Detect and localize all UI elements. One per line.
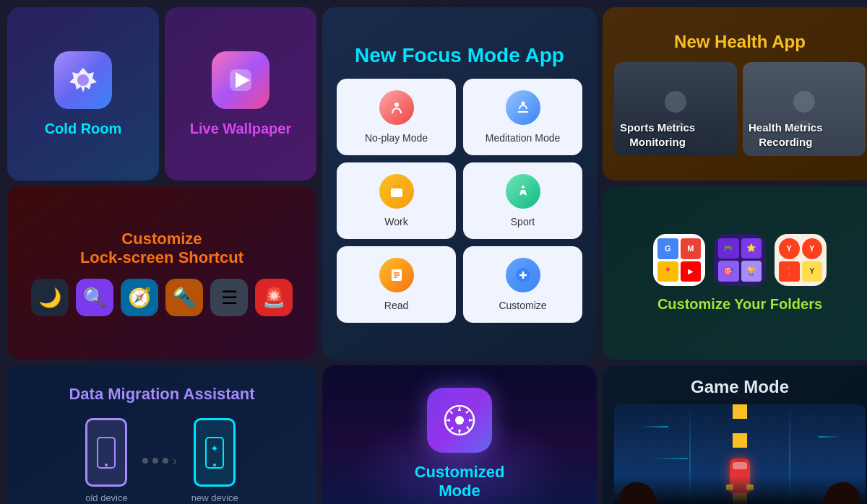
cold-room-icon [54, 51, 112, 109]
folder-yandex[interactable]: Y Y 📍 Y [775, 234, 827, 286]
arrow-dot-3 [163, 458, 168, 464]
gmail-icon: M [681, 238, 702, 259]
svg-rect-16 [98, 438, 115, 468]
focus-item-read[interactable]: Read [337, 246, 456, 323]
focus-item-noplay[interactable]: No-play Mode [337, 79, 456, 155]
focus-item-customize[interactable]: Customize [463, 246, 582, 323]
new-device-container: ✦ new device [191, 418, 238, 503]
old-device-label: old device [85, 492, 128, 503]
game-icon-4: 🏆 [741, 261, 762, 282]
card-health-app: New Health App Sports MetricsMonitoring [603, 7, 867, 181]
sports-metrics-label: Sports MetricsMonitoring [614, 113, 701, 156]
migration-devices: old device › ✦ new device [85, 418, 238, 503]
google-g-icon: G [657, 238, 678, 259]
yandex-icon-2: Y [802, 238, 823, 259]
card-focus-mode: New Focus Mode App No-play Mode [322, 7, 597, 360]
card-cold-room[interactable]: Cold Room [7, 7, 159, 181]
lockscreen-icons-row: 🌙 🔍 🧭 🔦 ☰ 🚨 [31, 279, 293, 316]
customize-focus-icon [506, 258, 540, 292]
focus-mode-grid: No-play Mode Meditation Mode [337, 79, 582, 323]
focus-item-meditation[interactable]: Meditation Mode [463, 79, 582, 155]
health-app-title: New Health App [674, 32, 806, 52]
svg-rect-5 [391, 188, 402, 197]
folders-title: Customize Your Folders [657, 296, 822, 312]
customized-mode-icon [427, 388, 492, 453]
svg-point-17 [105, 464, 108, 466]
yandex-icon-4: Y [802, 261, 823, 282]
card-lockscreen: Customize Lock-screen Shortcut 🌙 🔍 🧭 🔦 ☰… [7, 186, 316, 360]
svg-point-19 [213, 464, 216, 466]
card-folders: G M 📍 ▶ 🎮 ⭐ 🎯 🏆 Y Y 📍 Y Customize Your [603, 186, 867, 360]
focus-item-work[interactable]: Work [337, 162, 456, 239]
dark-mode-icon[interactable]: 🌙 [31, 279, 69, 316]
yandex-icon-3: 📍 [779, 261, 800, 282]
work-icon [379, 174, 414, 209]
arrow-dot-2 [152, 458, 158, 464]
read-icon [379, 258, 414, 292]
speed-line-2 [819, 436, 840, 438]
live-wallpaper-title: Live Wallpaper [190, 121, 291, 137]
svg-point-4 [521, 102, 525, 105]
cold-room-title: Cold Room [45, 121, 122, 137]
svg-point-22 [455, 416, 464, 425]
work-label: Work [384, 216, 407, 227]
menu-shortcut-icon[interactable]: ☰ [210, 279, 248, 316]
new-device-phone: ✦ [194, 418, 236, 487]
migration-title: Data Migration Assistant [69, 385, 254, 404]
sports-metrics-item[interactable]: Sports MetricsMonitoring [614, 62, 737, 156]
noplay-label: No-play Mode [365, 132, 428, 144]
lockscreen-title-line2: Lock-screen Shortcut [80, 248, 243, 267]
health-metrics-item[interactable]: Health MetricsRecording [743, 62, 866, 156]
svg-point-15 [793, 91, 815, 113]
folder-game[interactable]: 🎮 ⭐ 🎯 🏆 [714, 234, 766, 286]
svg-point-14 [665, 91, 686, 113]
torch-shortcut-icon[interactable]: 🔦 [165, 279, 203, 316]
svg-text:✦: ✦ [210, 443, 219, 454]
game-icon-3: 🎯 [718, 261, 739, 282]
arrow-chevron: › [173, 453, 177, 469]
svg-point-6 [522, 186, 525, 188]
compass-shortcut-icon[interactable]: 🧭 [121, 279, 158, 316]
card-migration: Data Migration Assistant old device › [7, 365, 316, 504]
folders-title-container: Customize Your Folders [657, 296, 822, 313]
card-game-mode[interactable]: Game Mode [603, 365, 867, 504]
live-wallpaper-icon [212, 51, 269, 109]
new-device-label: new device [191, 492, 238, 503]
youtube-icon: ▶ [681, 261, 702, 282]
speed-line-3 [652, 458, 688, 459]
migration-arrows: › [142, 453, 177, 469]
old-device-container: old device [85, 418, 128, 503]
game-icon-1: 🎮 [718, 238, 739, 259]
read-label: Read [384, 300, 408, 311]
focus-item-sport[interactable]: Sport [463, 162, 582, 239]
folders-icons-row: G M 📍 ▶ 🎮 ⭐ 🎯 🏆 Y Y 📍 Y [653, 234, 827, 286]
health-metrics-grid: Sports MetricsMonitoring Health MetricsR… [614, 62, 866, 156]
card-live-wallpaper[interactable]: Live Wallpaper [165, 7, 316, 181]
lockscreen-title-line1: Customize [80, 230, 243, 248]
health-metrics-recording-label: Health MetricsRecording [743, 113, 829, 156]
old-device-phone [85, 418, 127, 487]
noplay-icon [379, 90, 414, 125]
yandex-icon-1: Y [779, 238, 800, 259]
game-mode-title: Game Mode [691, 377, 789, 397]
search-shortcut-icon[interactable]: 🔍 [76, 279, 113, 316]
meditation-label: Meditation Mode [486, 132, 561, 144]
card-customized-mode[interactable]: CustomizedMode [322, 365, 597, 504]
folder-google[interactable]: G M 📍 ▶ [653, 234, 705, 286]
meditation-icon [506, 90, 540, 125]
game-screen [614, 404, 866, 504]
maps-icon: 📍 [657, 261, 678, 282]
svg-point-0 [77, 74, 89, 86]
game-icon-2: ⭐ [741, 238, 762, 259]
alarm-shortcut-icon[interactable]: 🚨 [255, 279, 293, 316]
customize-focus-label: Customize [499, 300, 546, 311]
speed-line-1 [639, 426, 668, 427]
sport-icon [506, 174, 540, 209]
arrow-dot-1 [142, 458, 148, 464]
main-grid: Cold Room Live Wallpaper New Focus Mode … [0, 0, 867, 504]
svg-point-3 [394, 103, 399, 107]
focus-mode-title: New Focus Mode App [355, 44, 564, 67]
sport-label: Sport [511, 216, 535, 227]
customized-mode-title: CustomizedMode [415, 463, 505, 500]
